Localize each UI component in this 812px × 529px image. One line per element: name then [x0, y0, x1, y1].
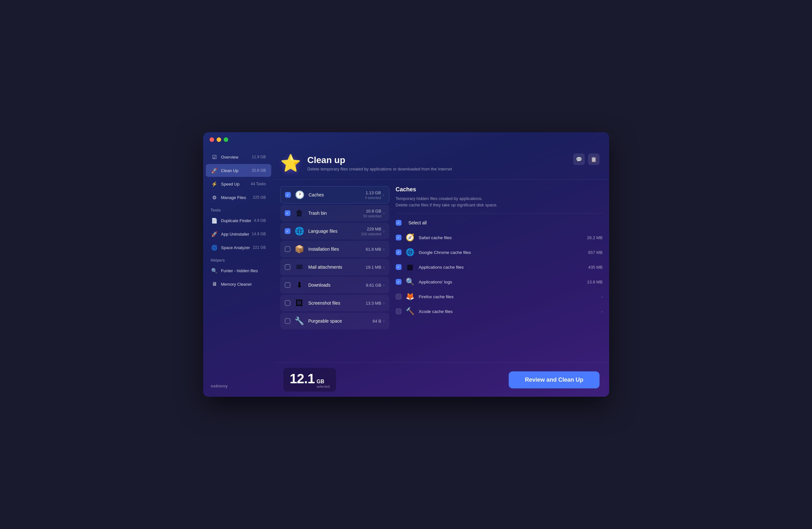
list-checkbox-installation-files[interactable]	[285, 246, 290, 252]
list-chevron-trash-bin: ›	[383, 211, 385, 216]
list-checkbox-downloads[interactable]	[285, 282, 290, 288]
sidebar-item-funter[interactable]: 🔍 Funter - hidden files	[206, 264, 271, 277]
list-info-language-files: Language files	[308, 229, 361, 234]
sidebar-item-app-uninstaller[interactable]: 🚀 App Uninstaller 14.9 GB	[206, 228, 271, 240]
list-item-purgeable-space[interactable]: 🔧 Purgeable space 64 B ›	[280, 313, 389, 329]
list-item-screenshot-files[interactable]: 🖼 Screenshot files 13.3 MB ›	[280, 295, 389, 311]
list-checkbox-purgeable-space[interactable]	[285, 318, 290, 324]
sidebar-item-space-analyzer[interactable]: 🌀 Space Analyzer 221 GB	[206, 241, 271, 254]
sidebar-item-cleanup[interactable]: 🚀 Clean Up 20.8 GB	[206, 164, 271, 177]
detail-item-firefox-cache[interactable]: 🦊 Firefox cache files -	[396, 289, 603, 304]
detail-checkbox-apps-logs[interactable]	[396, 279, 402, 285]
list-name-trash-bin: Trash bin	[308, 211, 363, 216]
detail-desc: Temporary hidden files created by applic…	[396, 196, 603, 213]
list-size-installation-files: 61.8 MB	[365, 247, 381, 252]
list-info-installation-files: Installation files	[308, 246, 366, 252]
overview-icon: ☑	[211, 154, 218, 160]
feedback-button[interactable]: 💬	[573, 154, 585, 165]
detail-icon-safari-cache: 🧭	[405, 233, 415, 242]
sidebar-item-manage[interactable]: ⚙ Manage Files 225 GB	[206, 191, 271, 204]
list-info-trash-bin: Trash bin	[308, 211, 363, 216]
detail-item-apps-logs[interactable]: 🔍 Applications' logs 13.8 MB	[396, 274, 603, 289]
list-meta-mail-attachments: 19.1 MB	[365, 265, 381, 270]
app-uninstaller-icon: 🚀	[211, 230, 218, 238]
list-checkbox-language-files[interactable]	[285, 228, 290, 234]
detail-checkbox-apps-cache[interactable]	[396, 264, 402, 270]
duplicate-finder-icon: 📄	[211, 217, 218, 224]
detail-checkbox-chrome-cache[interactable]	[396, 249, 402, 255]
detail-checkbox-firefox-cache[interactable]	[396, 294, 402, 300]
cleanup-header-icon: ⭐	[280, 154, 301, 173]
list-checkbox-screenshot-files[interactable]	[285, 300, 290, 306]
maximize-button[interactable]	[224, 138, 228, 142]
detail-name-xcode-cache: Xcode cache files	[419, 309, 601, 314]
detail-item-chrome-cache[interactable]: 🌐 Google Chrome cache files 657 MB	[396, 245, 603, 260]
list-checkbox-trash-bin[interactable]	[285, 210, 290, 216]
footer-size-number: 12.1	[290, 371, 315, 386]
minimize-button[interactable]	[217, 138, 221, 142]
detail-size-apps-cache: 435 MB	[588, 265, 603, 270]
detail-name-firefox-cache: Firefox cache files	[419, 294, 601, 299]
detail-icon-xcode-cache: 🔨	[405, 306, 415, 316]
select-all-checkbox[interactable]	[396, 220, 402, 226]
list-item-downloads[interactable]: ⬇ Downloads 8.61 GB ›	[280, 277, 389, 294]
sidebar-item-memory-cleaner[interactable]: 🖥 Memory Cleaner	[206, 278, 271, 290]
detail-name-chrome-cache: Google Chrome cache files	[419, 250, 588, 255]
detail-items-container: 🧭 Safari cache files 26.2 MB 🌐 Google Ch…	[396, 230, 603, 319]
detail-item-xcode-cache[interactable]: 🔨 Xcode cache files -	[396, 304, 603, 319]
content-area: ⭐ Clean up Delete temporary files create…	[274, 147, 609, 397]
detail-icon-apps-logs: 🔍	[405, 277, 415, 287]
detail-size-chrome-cache: 657 MB	[588, 250, 603, 255]
list-name-screenshot-files: Screenshot files	[308, 300, 366, 305]
list-icon-trash-bin: 🗑	[294, 208, 305, 218]
sidebar-item-speedup[interactable]: ⚡ Speed Up 44 Tasks	[206, 177, 271, 190]
footer-size-unit: GB	[317, 379, 324, 385]
detail-name-safari-cache: Safari cache files	[419, 235, 588, 240]
page-description: Delete temporary files created by applic…	[307, 167, 452, 171]
list-size-downloads: 8.61 GB	[366, 283, 381, 288]
list-size-language-files: 229 MB	[367, 227, 381, 231]
select-all-checkmark	[397, 221, 400, 225]
check-${item.id}	[286, 229, 289, 233]
list-item-installation-files[interactable]: 📦 Installation files 61.8 MB ›	[280, 241, 389, 257]
detail-item-apps-cache[interactable]: ▦ Applications cache files 435 MB	[396, 260, 603, 274]
sidebar-overview-label: Overview	[221, 155, 252, 159]
main-content: ☑ Overview 11.9 GB 🚀 Clean Up 20.8 GB ⚡ …	[203, 147, 609, 397]
list-name-downloads: Downloads	[308, 283, 366, 288]
clipboard-button[interactable]: 📋	[588, 154, 599, 165]
sidebar-manage-value: 225 GB	[253, 195, 266, 200]
space-analyzer-icon: 🌀	[211, 244, 218, 251]
detail-desc-text: Temporary hidden files created by applic…	[396, 196, 497, 208]
detail-size-xcode-cache: -	[601, 309, 603, 314]
list-meta-trash-bin: 10.8 GB 93 selected	[363, 209, 381, 218]
list-checkbox-mail-attachments[interactable]	[285, 264, 290, 270]
list-chevron-caches: ›	[383, 192, 385, 197]
list-item-language-files[interactable]: 🌐 Language files 229 MB 316 selected ›	[280, 223, 389, 240]
detail-size-firefox-cache: -	[601, 294, 603, 299]
list-chevron-language-files: ›	[383, 229, 385, 234]
detail-name-apps-cache: Applications cache files	[419, 265, 588, 270]
sidebar-item-duplicate-finder[interactable]: 📄 Duplicate Finder 4.9 GB	[206, 214, 271, 227]
detail-select-all[interactable]: Select all	[396, 220, 603, 226]
review-clean-up-button[interactable]: Review and Clean Up	[509, 371, 599, 388]
detail-icon-apps-cache: ▦	[405, 262, 415, 272]
sidebar-memory-label: Memory Cleaner	[221, 282, 266, 287]
list-chevron-installation-files: ›	[383, 246, 385, 252]
sidebar-item-overview[interactable]: ☑ Overview 11.9 GB	[206, 151, 271, 163]
list-item-mail-attachments[interactable]: ✉ Mail attachments 19.1 MB ›	[280, 259, 389, 275]
detail-checkbox-safari-cache[interactable]	[396, 235, 402, 240]
detail-checkbox-xcode-cache[interactable]	[396, 309, 402, 314]
list-name-caches: Caches	[309, 192, 365, 197]
sidebar-funter-label: Funter - hidden files	[221, 268, 266, 273]
close-button[interactable]	[209, 138, 214, 142]
sidebar-space-label: Space Analyzer	[221, 245, 253, 250]
detail-size-apps-logs: 13.8 MB	[587, 280, 603, 284]
list-meta-screenshot-files: 13.3 MB	[365, 301, 381, 305]
list-item-trash-bin[interactable]: 🗑 Trash bin 10.8 GB 93 selected ›	[280, 205, 389, 221]
detail-item-safari-cache[interactable]: 🧭 Safari cache files 26.2 MB	[396, 230, 603, 245]
list-meta-caches: 1.13 GB 4 selected	[365, 190, 381, 200]
list-item-caches[interactable]: 🕐 Caches 1.13 GB 4 selected ›	[280, 186, 389, 203]
sidebar-speedup-label: Speed Up	[221, 182, 251, 186]
list-checkbox-caches[interactable]	[285, 192, 291, 198]
sidebar-logo: nektony	[203, 378, 274, 394]
